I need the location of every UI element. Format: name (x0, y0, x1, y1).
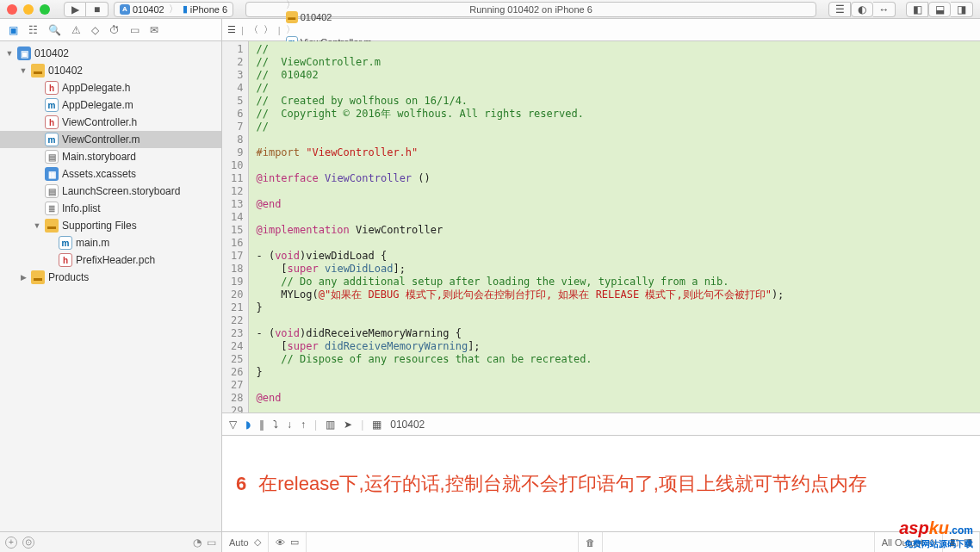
debug-target: 010402 (390, 419, 425, 431)
crumb-010402[interactable]: ▬010402 (286, 11, 372, 23)
tree-item-info-plist[interactable]: ≣Info.plist (0, 200, 221, 217)
run-button[interactable]: ▶ (64, 2, 86, 17)
hide-debug-icon[interactable]: ▽ (229, 419, 237, 431)
scheme-selector[interactable]: A010402 〉 ▮iPhone 6 (114, 2, 233, 17)
target-icon: A (120, 4, 130, 15)
right-panel-icon[interactable]: ◨ (951, 2, 973, 17)
navigator-panel: ▣ ☷ 🔍 ⚠ ◇ ⏱ ▭ ✉ ▼▣010402▼▬010402hAppDele… (0, 19, 222, 552)
tree-item-assets-xcassets[interactable]: ▦Assets.xcassets (0, 165, 221, 183)
project-navigator-icon[interactable]: ▣ (9, 24, 18, 36)
navigator-tabs: ▣ ☷ 🔍 ⚠ ◇ ⏱ ▭ ✉ (0, 19, 221, 41)
step-into-icon[interactable]: ↓ (287, 419, 292, 431)
view-debug-icon[interactable]: ▥ (326, 419, 335, 431)
tree-item-main-m[interactable]: mmain.m (0, 234, 221, 251)
m-icon: m (59, 236, 72, 250)
panel-toggle-segment[interactable]: ◧ ⬓ ◨ (906, 2, 973, 17)
folder-icon: ▬ (31, 270, 45, 284)
forward-button[interactable]: 〉 (264, 23, 273, 36)
tree-item-main-storyboard[interactable]: ▤Main.storyboard (0, 148, 221, 165)
tree-item-supporting-files[interactable]: ▼▬Supporting Files (0, 217, 221, 234)
traffic-lights (7, 4, 50, 15)
stop-button[interactable]: ■ (86, 2, 109, 17)
tree-item-viewcontroller-m[interactable]: mViewController.m (0, 131, 221, 148)
console-area: 6 在release下,运行的话,控制台就不会打印语句了,项目上线就可节约点内存 (222, 435, 980, 531)
tree-item-prefixheader-pch[interactable]: hPrefixHeader.pch (0, 251, 221, 269)
h-icon: h (45, 115, 59, 129)
back-button[interactable]: 〈 (249, 23, 258, 36)
process-icon[interactable]: ▦ (372, 419, 381, 431)
tree-item-viewcontroller-h[interactable]: hViewController.h (0, 114, 221, 131)
breakpoint-navigator-icon[interactable]: ▭ (130, 24, 140, 36)
report-navigator-icon[interactable]: ✉ (150, 24, 158, 36)
step-out-icon[interactable]: ↑ (301, 419, 306, 431)
tree-item-products[interactable]: ▶▬Products (0, 269, 221, 286)
tree-item-010402[interactable]: ▼▣010402 (0, 45, 221, 62)
folder-icon: ▬ (286, 11, 298, 23)
device-icon: ▮ (183, 3, 188, 15)
watermark: aspku.com 免费网站源码下载 (899, 518, 973, 550)
clear-console-icon[interactable]: 🗑 (586, 537, 595, 548)
debug-bar: ▽ ◗ ‖ ⤵ ↓ ↑ | ▥ ➤ | ▦ 010402 (222, 412, 980, 435)
line-gutter: 1234567891011121314151617181920212223242… (222, 41, 249, 412)
project-tree[interactable]: ▼▣010402▼▬010402hAppDelegate.hmAppDelega… (0, 41, 221, 531)
scheme-target: 010402 (133, 4, 164, 15)
test-navigator-icon[interactable]: ◇ (91, 24, 99, 36)
issue-navigator-icon[interactable]: ⚠ (71, 24, 81, 36)
standard-editor-icon[interactable]: ☰ (828, 2, 851, 17)
sb-icon: ▤ (45, 150, 59, 164)
m-icon: m (45, 98, 59, 112)
folder-icon: ▬ (31, 64, 45, 78)
tree-item-010402[interactable]: ▼▬010402 (0, 62, 221, 79)
jump-bar[interactable]: ☰ | 〈 〉 | ▣010402〉▬010402〉mViewControlle… (222, 19, 980, 41)
run-stop-segment: ▶ ■ (64, 2, 109, 17)
recent-filter-icon[interactable]: ◔ (193, 536, 202, 549)
scheme-device: iPhone 6 (190, 4, 227, 15)
add-button[interactable]: + (5, 536, 17, 549)
minimize-icon[interactable] (23, 4, 34, 15)
navigator-filter-bar: + ⊙ ◔ ▭ (0, 531, 221, 552)
scm-filter-icon[interactable]: ▭ (207, 536, 216, 549)
source-editor[interactable]: 1234567891011121314151617181920212223242… (222, 41, 980, 412)
close-icon[interactable] (7, 4, 17, 15)
related-items-icon[interactable]: ☰ (227, 24, 236, 35)
xc-icon: ▦ (45, 167, 59, 181)
assistant-editor-icon[interactable]: ◐ (851, 2, 873, 17)
zoom-icon[interactable] (40, 4, 50, 15)
tree-item-launchscreen-storyboard[interactable]: ▤LaunchScreen.storyboard (0, 183, 221, 200)
version-editor-icon[interactable]: ↔ (873, 2, 896, 17)
filter-button[interactable]: ⊙ (22, 536, 34, 549)
folder-icon: ▬ (45, 219, 59, 233)
quicklook-icon[interactable]: ▭ (290, 536, 299, 548)
m-icon: m (45, 133, 59, 146)
step-over-icon[interactable]: ⤵ (273, 419, 278, 431)
find-navigator-icon[interactable]: 🔍 (48, 24, 61, 36)
debug-navigator-icon[interactable]: ⏱ (109, 24, 120, 36)
pause-icon[interactable]: ‖ (259, 419, 264, 431)
annotation-text: 6 在release下,运行的话,控制台就不会打印语句了,项目上线就可节约点内存 (222, 436, 980, 531)
bottom-panel-icon[interactable]: ⬓ (928, 2, 951, 17)
left-panel-icon[interactable]: ◧ (906, 2, 928, 17)
console-bottom-bar: Auto◇ 👁▭ 🗑 All Output◇ ◧◨ (222, 531, 980, 552)
sb-icon: ▤ (45, 184, 59, 198)
variables-view-scope[interactable]: Auto◇ (222, 532, 269, 552)
location-icon[interactable]: ➤ (344, 419, 352, 431)
tree-item-appdelegate-m[interactable]: mAppDelegate.m (0, 96, 221, 114)
tree-item-appdelegate-h[interactable]: hAppDelegate.h (0, 79, 221, 96)
editor-mode-segment[interactable]: ☰ ◐ ↔ (828, 2, 896, 17)
code-content[interactable]: //// ViewController.m// 010402//// Creat… (249, 41, 791, 412)
symbol-navigator-icon[interactable]: ☷ (28, 24, 38, 36)
proj-icon: ▣ (17, 47, 31, 60)
pl-icon: ≣ (45, 202, 59, 215)
h-icon: h (59, 253, 72, 267)
eye-icon[interactable]: 👁 (276, 537, 285, 548)
window-titlebar: ▶ ■ A010402 〉 ▮iPhone 6 Running 010402 o… (0, 0, 980, 19)
h-icon: h (45, 81, 59, 95)
breakpoints-icon[interactable]: ◗ (245, 419, 251, 431)
